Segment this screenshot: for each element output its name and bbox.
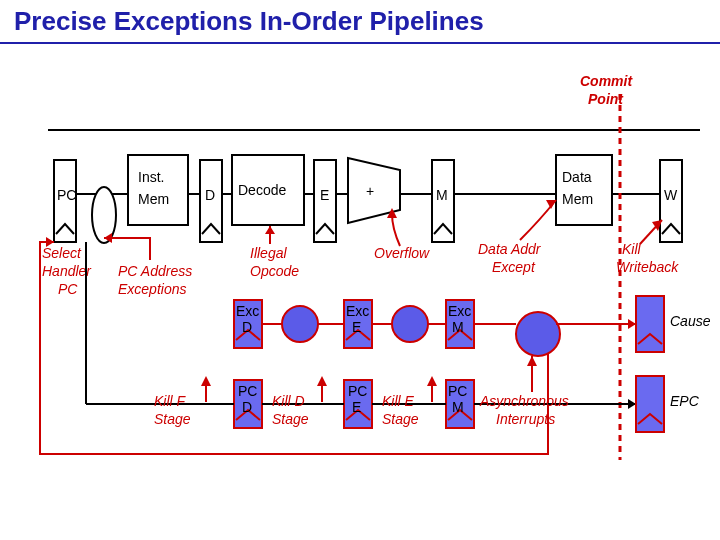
data-mem-l2: Mem: [562, 191, 593, 207]
stage-d-label: D: [205, 187, 215, 203]
kd-l1: Kill D: [272, 393, 305, 409]
stage-m-label: M: [436, 187, 448, 203]
svg-rect-50: [636, 376, 664, 432]
sel-l2: Handler: [42, 263, 92, 279]
svg-marker-39: [628, 399, 636, 409]
ke-l2: Stage: [382, 411, 419, 427]
pcE-l2: E: [352, 399, 361, 415]
svg-point-3: [92, 187, 116, 243]
inst-mem-l1: Inst.: [138, 169, 164, 185]
pcM-l2: M: [452, 399, 464, 415]
svg-point-21: [282, 306, 318, 342]
inst-mem-l2: Mem: [138, 191, 169, 207]
ill-l1: Illegal: [250, 245, 287, 261]
kw-l1: Kill: [622, 241, 642, 257]
svg-rect-4: [128, 155, 188, 225]
svg-point-23: [516, 312, 560, 356]
kd-l2: Stage: [272, 411, 309, 427]
svg-marker-42: [201, 376, 211, 386]
commit-l1: Commit: [580, 73, 633, 89]
sel-l3: PC: [58, 281, 78, 297]
kw-l2: Writeback: [616, 259, 679, 275]
kf-l2: Stage: [154, 411, 191, 427]
ai-l1: Asynchronous: [479, 393, 569, 409]
svg-rect-49: [636, 296, 664, 352]
pcD-l1: PC: [238, 383, 257, 399]
overflow: Overflow: [374, 245, 430, 261]
alu-plus: +: [366, 183, 374, 199]
svg-marker-46: [427, 376, 437, 386]
sel-l1: Select: [42, 245, 82, 261]
excE-l1: Exc: [346, 303, 369, 319]
stage-w-label: W: [664, 187, 678, 203]
ke-l1: Kill E: [382, 393, 415, 409]
excM-l1: Exc: [448, 303, 471, 319]
svg-marker-44: [317, 376, 327, 386]
data-mem-l1: Data: [562, 169, 592, 185]
excE-l2: E: [352, 319, 361, 335]
svg-marker-14: [265, 226, 275, 234]
stage-e-label: E: [320, 187, 329, 203]
ai-l2: Interrupts: [496, 411, 555, 427]
svg-point-22: [392, 306, 428, 342]
excM-l2: M: [452, 319, 464, 335]
svg-rect-10: [556, 155, 612, 225]
svg-marker-48: [527, 356, 537, 366]
pcD-l2: D: [242, 399, 252, 415]
excD-l2: D: [242, 319, 252, 335]
pcM-l1: PC: [448, 383, 467, 399]
svg-marker-30: [628, 319, 636, 329]
dae-l1: Data Addr: [478, 241, 542, 257]
pca-l1: PC Address: [118, 263, 192, 279]
dae-l2: Except: [492, 259, 536, 275]
stage-pc-label: PC: [57, 187, 76, 203]
cause-label: Cause: [670, 313, 711, 329]
excD-l1: Exc: [236, 303, 259, 319]
decode-label: Decode: [238, 182, 286, 198]
svg-marker-16: [546, 200, 556, 209]
pca-l2: Exceptions: [118, 281, 186, 297]
pipeline-diagram: PC Inst. Mem D Decode E + M Data Mem Com…: [0, 0, 720, 540]
pcE-l1: PC: [348, 383, 367, 399]
epc-label: EPC: [670, 393, 700, 409]
ill-l2: Opcode: [250, 263, 299, 279]
kf-l1: Kill F: [154, 393, 187, 409]
commit-l2: Point: [588, 91, 624, 107]
